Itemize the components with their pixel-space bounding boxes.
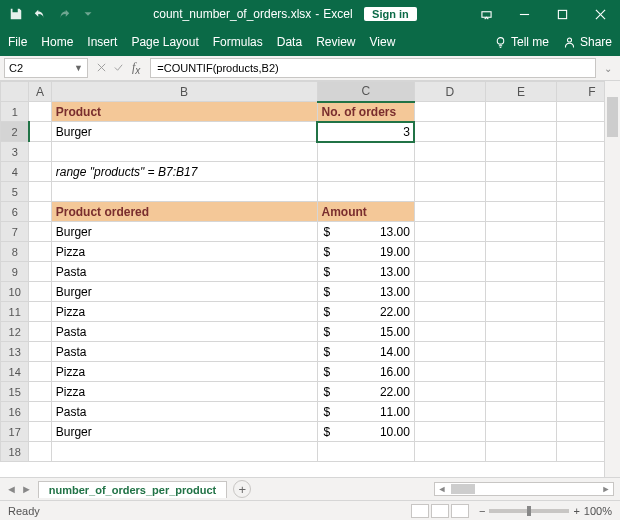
share-button[interactable]: Share [563, 35, 612, 49]
row-header[interactable]: 7 [1, 222, 29, 242]
cell[interactable] [414, 442, 485, 462]
cell[interactable]: 22.00 [317, 382, 414, 402]
cell[interactable] [485, 222, 556, 242]
col-header[interactable]: E [485, 82, 556, 102]
cell[interactable]: Pasta [51, 342, 317, 362]
cell[interactable]: Burger [51, 282, 317, 302]
tab-page-layout[interactable]: Page Layout [131, 35, 198, 49]
cell[interactable]: 14.00 [317, 342, 414, 362]
row-header[interactable]: 12 [1, 322, 29, 342]
tab-review[interactable]: Review [316, 35, 355, 49]
cell[interactable] [29, 282, 51, 302]
cell[interactable] [414, 242, 485, 262]
cell[interactable]: Pasta [51, 322, 317, 342]
cell[interactable]: 11.00 [317, 402, 414, 422]
cell[interactable] [414, 382, 485, 402]
cell[interactable] [317, 182, 414, 202]
cell[interactable]: Pizza [51, 382, 317, 402]
enter-formula-icon[interactable] [113, 62, 124, 73]
chevron-down-icon[interactable]: ▼ [74, 63, 83, 73]
cell[interactable] [485, 402, 556, 422]
fx-icon[interactable]: fx [130, 60, 142, 76]
row-header[interactable]: 13 [1, 342, 29, 362]
cancel-formula-icon[interactable] [96, 62, 107, 73]
cell[interactable] [485, 322, 556, 342]
select-all-corner[interactable] [1, 82, 29, 102]
vertical-scrollbar[interactable] [604, 81, 620, 477]
col-header[interactable]: A [29, 82, 51, 102]
row-header[interactable]: 18 [1, 442, 29, 462]
maximize-button[interactable] [548, 4, 576, 24]
cell[interactable] [29, 122, 51, 142]
redo-icon[interactable] [54, 4, 74, 24]
cell[interactable] [51, 442, 317, 462]
row-header[interactable]: 2 [1, 122, 29, 142]
sheet-nav-prev-icon[interactable]: ◄ [6, 483, 17, 495]
cell[interactable]: 16.00 [317, 362, 414, 382]
cell[interactable] [414, 282, 485, 302]
view-page-break-icon[interactable] [451, 504, 469, 518]
cell[interactable]: 13.00 [317, 262, 414, 282]
cell[interactable]: Burger [51, 422, 317, 442]
cell[interactable] [485, 282, 556, 302]
cell[interactable] [51, 142, 317, 162]
cell[interactable] [414, 342, 485, 362]
tell-me-button[interactable]: Tell me [494, 35, 549, 49]
sheet-nav-next-icon[interactable]: ► [21, 483, 32, 495]
cell[interactable] [29, 302, 51, 322]
spreadsheet-grid[interactable]: A B C D E F 1ProductNo. of orders2Burger… [0, 81, 620, 462]
cell[interactable]: Product [51, 102, 317, 122]
cell[interactable] [485, 142, 556, 162]
cell[interactable] [485, 442, 556, 462]
cell[interactable] [414, 402, 485, 422]
cell[interactable] [414, 122, 485, 142]
row-header[interactable]: 15 [1, 382, 29, 402]
tab-file[interactable]: File [8, 35, 27, 49]
zoom-in-button[interactable]: + [573, 505, 579, 517]
cell[interactable] [485, 382, 556, 402]
cell[interactable]: range "products" = B7:B17 [51, 162, 317, 182]
view-normal-icon[interactable] [411, 504, 429, 518]
cell[interactable] [29, 322, 51, 342]
cell[interactable] [29, 382, 51, 402]
cell[interactable]: 3 [317, 122, 414, 142]
cell[interactable] [51, 182, 317, 202]
col-header[interactable]: C [317, 82, 414, 102]
close-button[interactable] [586, 4, 614, 24]
cell[interactable] [485, 262, 556, 282]
cell[interactable]: No. of orders [317, 102, 414, 122]
cell[interactable] [485, 182, 556, 202]
cell[interactable] [414, 222, 485, 242]
cell[interactable]: Pizza [51, 302, 317, 322]
tab-insert[interactable]: Insert [87, 35, 117, 49]
col-header[interactable]: B [51, 82, 317, 102]
qat-customize-icon[interactable] [78, 4, 98, 24]
sheet-tab[interactable]: number_of_orders_per_product [38, 481, 227, 498]
cell[interactable]: Amount [317, 202, 414, 222]
cell[interactable] [414, 182, 485, 202]
cell[interactable] [414, 202, 485, 222]
cell[interactable] [317, 442, 414, 462]
cell[interactable]: Pasta [51, 262, 317, 282]
cell[interactable] [29, 222, 51, 242]
cell[interactable] [29, 362, 51, 382]
cell[interactable] [414, 262, 485, 282]
ribbon-options-icon[interactable] [472, 4, 500, 24]
row-header[interactable]: 5 [1, 182, 29, 202]
cell[interactable]: Burger [51, 122, 317, 142]
cell[interactable] [485, 242, 556, 262]
row-header[interactable]: 17 [1, 422, 29, 442]
cell[interactable] [414, 102, 485, 122]
row-header[interactable]: 3 [1, 142, 29, 162]
zoom-slider[interactable] [489, 509, 569, 513]
cell[interactable] [485, 202, 556, 222]
cell[interactable] [317, 142, 414, 162]
cell[interactable] [485, 102, 556, 122]
horizontal-scrollbar[interactable]: ◄► [434, 482, 614, 496]
cell[interactable] [29, 102, 51, 122]
cell[interactable]: Burger [51, 222, 317, 242]
row-header[interactable]: 11 [1, 302, 29, 322]
minimize-button[interactable] [510, 4, 538, 24]
cell[interactable]: 22.00 [317, 302, 414, 322]
cell[interactable] [29, 402, 51, 422]
